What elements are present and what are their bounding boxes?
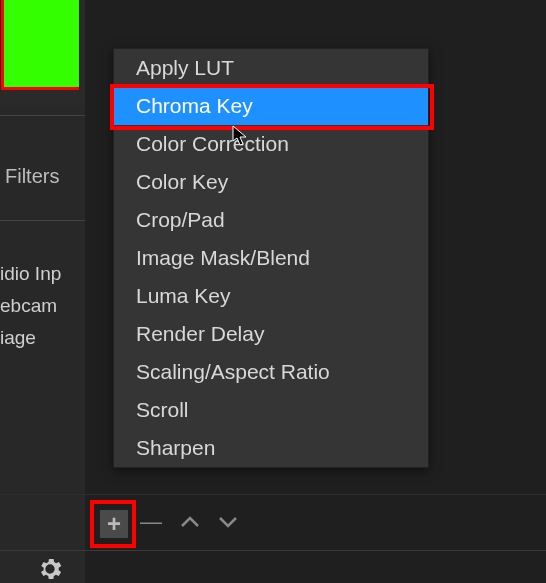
menu-item-scaling-aspect-ratio[interactable]: Scaling/Aspect Ratio — [114, 353, 428, 391]
green-screen-thumbnail[interactable] — [1, 0, 79, 90]
menu-item-scroll[interactable]: Scroll — [114, 391, 428, 429]
plus-icon: + — [107, 510, 121, 538]
settings-gear-icon[interactable] — [35, 555, 65, 583]
menu-item-chroma-key[interactable]: Chroma Key — [114, 87, 428, 125]
filter-toolbar: — — [140, 509, 238, 535]
menu-item-color-key[interactable]: Color Key — [114, 163, 428, 201]
remove-filter-button[interactable]: — — [140, 509, 162, 535]
menu-item-image-mask-blend[interactable]: Image Mask/Blend — [114, 239, 428, 277]
filters-panel-label: Filters — [5, 165, 59, 188]
menu-item-luma-key[interactable]: Luma Key — [114, 277, 428, 315]
chevron-up-icon[interactable] — [180, 514, 200, 530]
menu-item-render-delay[interactable]: Render Delay — [114, 315, 428, 353]
divider — [0, 115, 85, 116]
divider — [0, 550, 546, 551]
menu-item-sharpen[interactable]: Sharpen — [114, 429, 428, 467]
menu-item-apply-lut[interactable]: Apply LUT — [114, 49, 428, 87]
source-item[interactable]: ebcam — [0, 295, 57, 317]
menu-item-crop-pad[interactable]: Crop/Pad — [114, 201, 428, 239]
source-item[interactable]: idio Inp — [0, 263, 61, 285]
divider — [0, 220, 85, 221]
menu-item-color-correction[interactable]: Color Correction — [114, 125, 428, 163]
add-filter-button[interactable]: + — [100, 510, 128, 538]
source-preview — [0, 0, 85, 105]
chevron-down-icon[interactable] — [218, 514, 238, 530]
divider — [0, 494, 546, 495]
filter-context-menu: Apply LUT Chroma Key Color Correction Co… — [113, 48, 429, 468]
source-item[interactable]: iage — [0, 327, 36, 349]
left-panel: Filters idio Inp ebcam iage — [0, 0, 85, 583]
